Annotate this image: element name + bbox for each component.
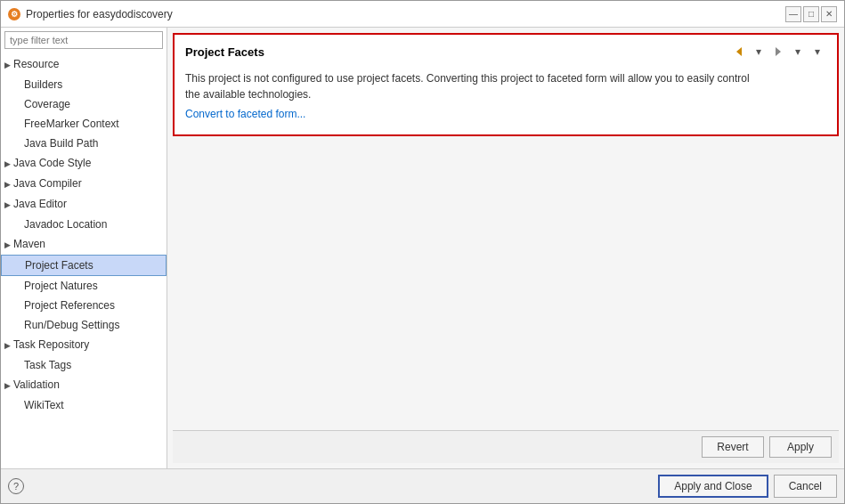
title-controls: — □ ✕ [785, 6, 837, 22]
sidebar-item-label: Project Natures [24, 280, 98, 292]
button-bar: Revert Apply [173, 430, 839, 463]
sidebar-item-label: Java Code Style [13, 157, 91, 169]
back-icon [733, 45, 745, 58]
sidebar-item-builders[interactable]: Builders [1, 75, 167, 94]
forward-dropdown-button[interactable]: ▾ [789, 44, 807, 60]
window-icon: ⚙ [8, 8, 20, 20]
main-panel: Project Facets ▾ ▾ [167, 28, 844, 468]
sidebar-item-java-editor[interactable]: ▶ Java Editor [1, 194, 167, 215]
expand-arrow-icon: ▶ [4, 57, 13, 73]
sidebar-item-java-compiler[interactable]: ▶ Java Compiler [1, 174, 167, 194]
back-dropdown-button[interactable]: ▾ [750, 44, 768, 60]
bottom-bar: ? Apply and Close Cancel [1, 468, 844, 503]
sidebar-item-label: Project Facets [25, 259, 93, 272]
window-title: Properties for easydodiscovery [26, 8, 173, 20]
sidebar-item-project-references[interactable]: Project References [1, 296, 167, 315]
bottom-bar-right: Apply and Close Cancel [658, 475, 837, 498]
facets-description-line2: the available technologies. [185, 88, 311, 101]
sidebar-item-label: Validation [13, 378, 60, 391]
sidebar-item-label: Java Compiler [13, 177, 82, 190]
sidebar-item-label: WikiText [24, 399, 64, 411]
properties-window: ⚙ Properties for easydodiscovery — □ ✕ ▶… [0, 0, 845, 504]
content-area: ▶ ResourceBuildersCoverageFreeMarker Con… [1, 28, 844, 468]
panel-menu-button[interactable]: ▾ [808, 44, 826, 60]
apply-close-button[interactable]: Apply and Close [658, 475, 768, 498]
facets-description-line1: This project is not configured to use pr… [185, 72, 750, 85]
sidebar-item-label: Maven [13, 238, 45, 250]
sidebar-item-label: Coverage [24, 98, 70, 110]
expand-arrow-icon: ▶ [4, 197, 13, 213]
sidebar-item-run/debug-settings[interactable]: Run/Debug Settings [1, 315, 167, 335]
sidebar-item-coverage[interactable]: Coverage [1, 94, 167, 114]
facets-toolbar: ▾ ▾ ▾ [730, 44, 826, 60]
sidebar-item-label: Java Build Path [24, 137, 98, 150]
back-button[interactable] [730, 44, 748, 60]
cancel-button[interactable]: Cancel [774, 475, 837, 498]
sidebar-item-maven[interactable]: ▶ Maven [1, 234, 167, 255]
facets-title: Project Facets [185, 45, 264, 59]
expand-arrow-icon: ▶ [4, 156, 13, 172]
forward-button[interactable] [769, 44, 787, 60]
help-button[interactable]: ? [8, 478, 24, 494]
sidebar-item-label: Builders [24, 78, 62, 91]
sidebar-item-resource[interactable]: ▶ Resource [1, 54, 167, 75]
revert-button[interactable]: Revert [702, 436, 764, 458]
sidebar-item-project-facets[interactable]: Project Facets [1, 255, 167, 276]
expand-arrow-icon: ▶ [4, 176, 13, 192]
facets-panel: Project Facets ▾ ▾ [173, 33, 839, 136]
convert-link[interactable]: Convert to faceted form... [185, 106, 305, 122]
minimize-button[interactable]: — [785, 6, 801, 22]
sidebar-item-label: FreeMarker Context [24, 118, 119, 130]
sidebar-item-project-natures[interactable]: Project Natures [1, 276, 167, 296]
sidebar-item-label: Resource [13, 58, 59, 70]
expand-arrow-icon: ▶ [4, 378, 13, 394]
svg-marker-0 [736, 47, 742, 56]
forward-icon [772, 45, 784, 58]
sidebar-item-label: Task Tags [24, 359, 71, 371]
svg-marker-1 [776, 47, 781, 56]
title-bar: ⚙ Properties for easydodiscovery — □ ✕ [1, 1, 844, 28]
maximize-button[interactable]: □ [803, 6, 819, 22]
filter-input[interactable] [4, 31, 163, 49]
title-bar-left: ⚙ Properties for easydodiscovery [8, 8, 173, 20]
sidebar-item-wikitext[interactable]: WikiText [1, 395, 167, 415]
sidebar-item-validation[interactable]: ▶ Validation [1, 375, 167, 395]
sidebar-item-label: Run/Debug Settings [24, 319, 119, 331]
apply-button[interactable]: Apply [769, 436, 832, 458]
sidebar: ▶ ResourceBuildersCoverageFreeMarker Con… [1, 28, 167, 468]
sidebar-item-freemarker-context[interactable]: FreeMarker Context [1, 114, 167, 134]
sidebar-item-task-tags[interactable]: Task Tags [1, 355, 167, 375]
sidebar-item-label: Task Repository [13, 338, 89, 351]
sidebar-tree: ▶ ResourceBuildersCoverageFreeMarker Con… [1, 53, 167, 468]
sidebar-item-java-code-style[interactable]: ▶ Java Code Style [1, 153, 167, 174]
facets-body: This project is not configured to use pr… [185, 67, 826, 126]
facets-header: Project Facets ▾ ▾ [185, 44, 826, 60]
sidebar-item-label: Project References [24, 299, 115, 312]
sidebar-item-label: Java Editor [13, 198, 67, 210]
expand-arrow-icon: ▶ [4, 237, 13, 253]
sidebar-item-task-repository[interactable]: ▶ Task Repository [1, 335, 167, 355]
sidebar-item-javadoc-location[interactable]: Javadoc Location [1, 215, 167, 234]
expand-arrow-icon: ▶ [4, 337, 13, 354]
close-button[interactable]: ✕ [821, 6, 837, 22]
sidebar-item-java-build-path[interactable]: Java Build Path [1, 134, 167, 153]
sidebar-item-label: Javadoc Location [24, 218, 107, 231]
